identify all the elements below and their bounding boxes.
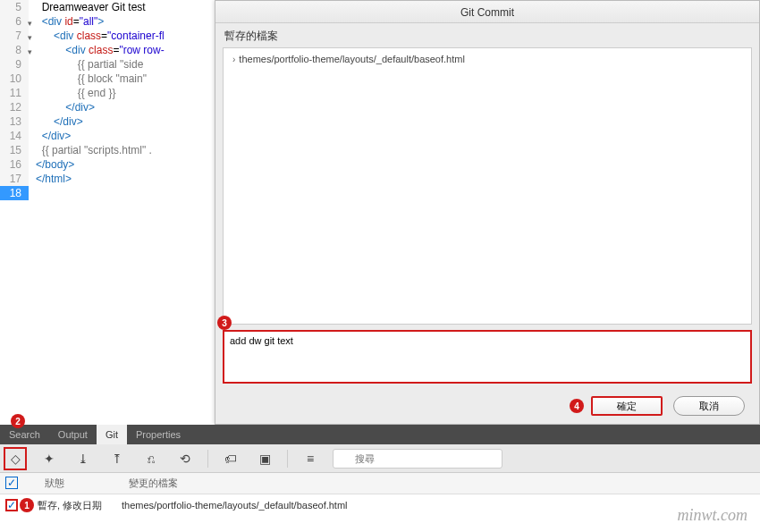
watermark-text: minwt.com	[678, 506, 748, 525]
file-column-header: 變更的檔案	[129, 477, 760, 490]
pull-icon[interactable]: ⤓	[72, 447, 95, 470]
code-line[interactable]: 10 {{ block "main"	[0, 72, 215, 86]
code-line[interactable]: 8▾ <div class="row row-	[0, 43, 215, 57]
more-icon[interactable]: ≡	[299, 447, 322, 470]
code-line[interactable]: 9 {{ partial "side	[0, 57, 215, 72]
staged-files-label: 暫存的檔案	[215, 23, 759, 47]
code-line[interactable]: 7▾ <div class="container-fl	[0, 29, 215, 43]
commit-icon[interactable]: ◇	[4, 447, 27, 470]
code-line[interactable]: 6▾ <div id="all">	[0, 14, 215, 29]
staged-file-item[interactable]: › themes/portfolio-theme/layouts/_defaul…	[224, 48, 751, 70]
tab-git[interactable]: Git	[97, 425, 127, 444]
annotation-marker-4: 4	[570, 399, 584, 413]
push-icon[interactable]: ⤒	[106, 447, 129, 470]
select-all-checkbox[interactable]: ✓	[5, 477, 18, 489]
file-path: themes/portfolio-theme/layouts/_default/…	[122, 500, 760, 511]
file-checkbox[interactable]: ✓	[5, 499, 18, 511]
confirm-button[interactable]: 確定	[591, 396, 663, 416]
commit-message-input[interactable]	[223, 330, 752, 384]
code-line[interactable]: 14 </div>	[0, 129, 215, 143]
merge-icon[interactable]: ⟲	[173, 447, 197, 470]
fetch-icon[interactable]: ✦	[38, 447, 61, 470]
tab-search[interactable]: Search	[0, 425, 49, 444]
branch-icon[interactable]: ⎌	[139, 447, 163, 470]
code-line[interactable]: 11 {{ end }}	[0, 86, 215, 100]
file-status: 暫存, 修改日期	[34, 499, 122, 512]
separator	[207, 450, 208, 468]
code-line[interactable]: 5 Dreamweaver Git test	[0, 0, 215, 14]
cancel-button[interactable]: 取消	[673, 396, 745, 416]
code-line[interactable]: 15 {{ partial "scripts.html" .	[0, 143, 215, 157]
code-line[interactable]: 18	[0, 186, 215, 200]
git-toolbar: ◇ ✦ ⤓ ⤒ ⎌ ⟲ 🏷 ▣ ≡	[0, 444, 760, 473]
dialog-title: Git Commit	[215, 1, 759, 23]
annotation-marker-3: 3	[217, 316, 232, 330]
code-line[interactable]: 16</body>	[0, 157, 215, 172]
status-column-header: 狀態	[18, 477, 129, 490]
tag-icon[interactable]: 🏷	[219, 447, 242, 470]
code-editor[interactable]: 5 Dreamweaver Git test6▾ <div id="all">7…	[0, 0, 215, 425]
tab-properties[interactable]: Properties	[127, 425, 190, 444]
annotation-marker-2: 2	[11, 414, 25, 428]
file-list-header: ✓ 狀態 變更的檔案	[0, 473, 760, 494]
code-line[interactable]: 17</html>	[0, 172, 215, 186]
separator	[287, 450, 288, 468]
staged-files-list: › themes/portfolio-theme/layouts/_defaul…	[223, 47, 752, 325]
file-row[interactable]: ✓ 1 暫存, 修改日期 themes/portfolio-theme/layo…	[0, 494, 760, 516]
panel-tabs: 2 Search Output Git Properties	[0, 425, 760, 444]
code-line[interactable]: 13 </div>	[0, 114, 215, 129]
staged-file-path: themes/portfolio-theme/layouts/_default/…	[239, 54, 465, 64]
terminal-icon[interactable]: ▣	[253, 447, 276, 470]
annotation-marker-1: 1	[20, 498, 34, 512]
git-commit-dialog: Git Commit 暫存的檔案 › themes/portfolio-them…	[215, 0, 760, 425]
tab-output[interactable]: Output	[49, 425, 97, 444]
search-input[interactable]	[333, 449, 502, 469]
chevron-right-icon: ›	[232, 55, 235, 64]
code-line[interactable]: 12 </div>	[0, 100, 215, 114]
bottom-panel: 2 Search Output Git Properties ◇ ✦ ⤓ ⤒ ⎌…	[0, 425, 760, 532]
